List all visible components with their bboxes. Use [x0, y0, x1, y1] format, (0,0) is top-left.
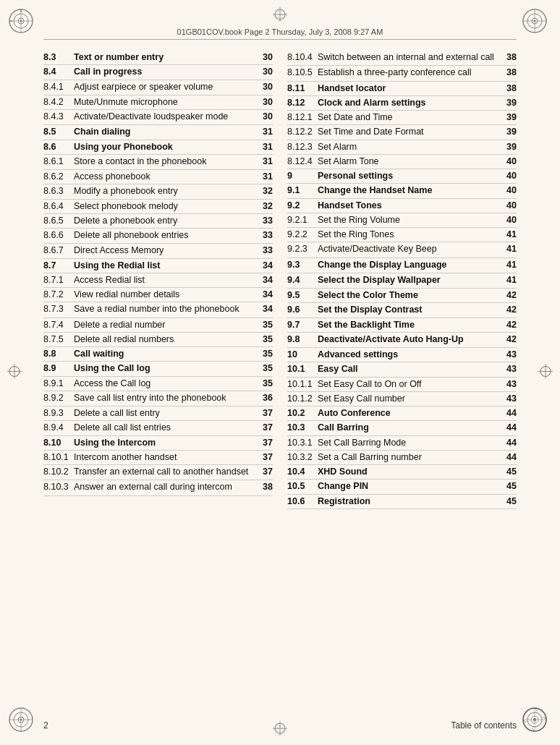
- entry-title: Select phonebook melody: [74, 200, 255, 213]
- list-item: 8.4.1Adjust earpiece or speaker volume30: [43, 80, 273, 95]
- list-item: 8.9.4Delete all call list entries37: [43, 421, 273, 435]
- entry-section: 9: [287, 171, 318, 181]
- corner-decoration-br: [521, 706, 553, 738]
- entry-title: Select the Color Theme: [318, 289, 499, 302]
- entry-section: 8.6.5: [43, 216, 74, 226]
- list-item: 8.12Clock and Alarm settings39: [287, 96, 517, 111]
- entry-title: Modify a phonebook entry: [74, 185, 255, 197]
- entry-title: Change the Handset Name: [318, 184, 499, 197]
- entry-page: 35: [255, 378, 273, 388]
- entry-page: 34: [255, 275, 273, 285]
- entry-page: 44: [499, 452, 517, 462]
- entry-page: 42: [499, 290, 517, 300]
- list-item: 8.6.1Store a contact in the phonebook31: [43, 155, 273, 170]
- entry-page: 43: [499, 349, 517, 359]
- entry-title: Handset locator: [318, 82, 499, 95]
- entry-section: 10.6: [287, 496, 318, 506]
- entry-section: 8.10.1: [43, 452, 74, 462]
- list-item: 8.6Using your Phonebook31: [43, 140, 273, 155]
- list-item: 8.4Call in progress30: [43, 65, 273, 80]
- footer-page-number: 2: [43, 720, 48, 731]
- entry-page: 37: [255, 452, 273, 462]
- list-item: 8.8Call waiting35: [43, 347, 273, 362]
- entry-page: 40: [499, 200, 517, 210]
- entry-section: 8.5: [43, 127, 74, 137]
- entry-title: Direct Access Memory: [74, 244, 255, 257]
- entry-title: Change the Display Language: [318, 259, 499, 272]
- entry-section: 8.12.1: [287, 112, 318, 122]
- entry-title: Set the Ring Volume: [318, 214, 499, 226]
- list-item: 10.1.1Set Easy Call to On or Off43: [287, 378, 517, 392]
- entry-page: 45: [499, 467, 517, 477]
- entry-title: Adjust earpiece or speaker volume: [74, 81, 255, 94]
- corner-decoration-bl: [7, 706, 39, 738]
- entry-title: Set Call Barring Mode: [318, 437, 499, 449]
- footer-section: Table of contents: [451, 720, 517, 731]
- entry-page: 31: [255, 142, 273, 152]
- entry-title: Delete a redial number: [74, 319, 255, 331]
- entry-section: 8.9.1: [43, 378, 74, 388]
- list-item: 8.10Using the Intercom37: [43, 436, 273, 451]
- entry-title: View redial number details: [74, 289, 255, 301]
- entry-page: 33: [255, 216, 273, 226]
- entry-page: 30: [255, 67, 273, 77]
- list-item: 8.12.4Set Alarm Tone40: [287, 155, 517, 169]
- entry-page: 37: [255, 438, 273, 448]
- entry-section: 8.9.4: [43, 422, 74, 433]
- list-item: 8.9.1Access the Call log35: [43, 377, 273, 391]
- entry-title: Save call list entry into the phonebook: [74, 392, 255, 405]
- entry-section: 9.8: [287, 333, 318, 346]
- entry-title: Delete all call list entries: [74, 422, 255, 434]
- entry-page: 45: [499, 496, 517, 506]
- entry-section: 8.9.2: [43, 392, 74, 405]
- entry-title: Handset Tones: [318, 200, 499, 212]
- entry-page: 30: [255, 81, 273, 94]
- entry-section: 8.10: [43, 438, 74, 448]
- mid-right-marker: [538, 365, 553, 381]
- entry-section: 8.4.1: [43, 81, 74, 94]
- entry-section: 8.10.4: [287, 51, 318, 64]
- entry-page: 40: [499, 156, 517, 166]
- entry-title: Text or number entry: [74, 51, 255, 64]
- entry-page: 30: [255, 97, 273, 107]
- header-bar: 01GB01COV.book Page 2 Thursday, July 3, …: [43, 27, 517, 40]
- entry-page: 40: [499, 185, 517, 195]
- entry-page: 34: [255, 303, 273, 316]
- entry-page: 42: [499, 305, 517, 315]
- entry-section: 8.6.1: [43, 156, 74, 169]
- entry-section: 8.10.5: [287, 67, 318, 80]
- entry-section: 8.11: [287, 83, 318, 93]
- entry-section: 10.4: [287, 467, 318, 477]
- list-item: 8.6.2Access phonebook31: [43, 170, 273, 184]
- entry-page: 35: [255, 320, 273, 330]
- header-filename: 01GB01COV.book Page 2 Thursday, July 3, …: [177, 27, 383, 36]
- list-item: 9.2.2Set the Ring Tones41: [287, 228, 517, 242]
- entry-title: Access phonebook: [74, 171, 255, 183]
- entry-section: 9.2.3: [287, 243, 318, 256]
- list-item: 8.10.5Establish a three-party conference…: [287, 66, 517, 81]
- entry-page: 33: [255, 245, 273, 255]
- entry-page: 34: [255, 289, 273, 299]
- entry-page: 31: [255, 171, 273, 182]
- entry-section: 8.9: [43, 363, 74, 373]
- entry-section: 8.6.7: [43, 245, 74, 255]
- entry-page: 37: [255, 408, 273, 418]
- entry-title: Set the Ring Tones: [318, 229, 499, 241]
- entry-title: Answer an external call during intercom: [74, 481, 255, 494]
- list-item: 10Advanced settings43: [287, 348, 517, 362]
- entry-page: 39: [499, 98, 517, 108]
- entry-section: 8.7.2: [43, 289, 74, 299]
- entry-section: 8.4.3: [43, 111, 74, 124]
- entry-section: 9.6: [287, 305, 318, 315]
- entry-section: 8.12.3: [287, 142, 318, 152]
- list-item: 8.12.2Set Time and Date Format39: [287, 125, 517, 140]
- page: 01GB01COV.book Page 2 Thursday, July 3, …: [0, 0, 560, 745]
- entry-title: Set Alarm Tone: [318, 156, 499, 168]
- list-item: 10.6Registration45: [287, 495, 517, 509]
- entry-page: 39: [499, 112, 517, 122]
- list-item: 10.1Easy Call43: [287, 362, 517, 377]
- entry-section: 10: [287, 349, 318, 359]
- list-item: 8.4.3Activate/Deactivate loudspeaker mod…: [43, 110, 273, 125]
- entry-page: 30: [255, 52, 273, 62]
- list-item: 8.6.7Direct Access Memory33: [43, 244, 273, 258]
